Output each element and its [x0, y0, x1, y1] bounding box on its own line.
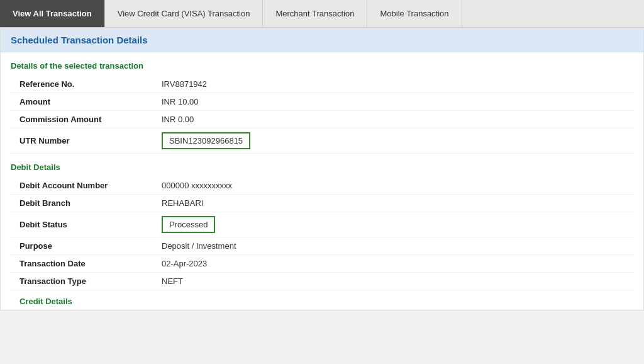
- label-amount: Amount: [11, 97, 162, 106]
- value-purpose: Deposit / Investment: [162, 241, 236, 251]
- tab-view-credit-card[interactable]: View Credit Card (VISA) Transaction: [105, 0, 264, 27]
- row-transaction-date: Transaction Date 02-Apr-2023: [11, 255, 633, 273]
- selected-transaction-label: Details of the selected transaction: [11, 61, 633, 71]
- row-transaction-type: Transaction Type NEFT: [11, 273, 633, 290]
- label-purpose: Purpose: [11, 241, 162, 251]
- credit-section-label: Credit Details: [1, 290, 643, 310]
- value-transaction-date: 02-Apr-2023: [162, 259, 207, 268]
- row-reference-no: Reference No. IRV8871942: [11, 76, 633, 93]
- debit-details-section: Debit Details Debit Account Number 00000…: [1, 154, 643, 290]
- label-utr-number: UTR Number: [11, 136, 162, 145]
- row-debit-status: Debit Status Processed: [11, 212, 633, 237]
- label-debit-account-number: Debit Account Number: [11, 181, 162, 190]
- label-debit-branch: Debit Branch: [11, 198, 162, 208]
- label-transaction-type: Transaction Type: [11, 276, 162, 286]
- row-amount: Amount INR 10.00: [11, 93, 633, 111]
- row-debit-account-number: Debit Account Number 000000 xxxxxxxxxx: [11, 177, 633, 195]
- label-debit-status: Debit Status: [11, 220, 162, 229]
- section-header: Scheduled Transaction Details: [1, 28, 643, 52]
- value-debit-account-number: 000000 xxxxxxxxxx: [162, 181, 232, 190]
- transaction-details-section: Details of the selected transaction Refe…: [1, 52, 643, 154]
- row-debit-branch: Debit Branch REHABARI: [11, 195, 633, 212]
- value-transaction-type: NEFT: [162, 276, 183, 286]
- value-debit-branch: REHABARI: [162, 198, 203, 208]
- label-transaction-date: Transaction Date: [11, 259, 162, 268]
- value-debit-status: Processed: [162, 216, 215, 233]
- row-purpose: Purpose Deposit / Investment: [11, 237, 633, 255]
- value-reference-no: IRV8871942: [162, 79, 207, 89]
- content-area: Scheduled Transaction Details Details of…: [0, 28, 644, 310]
- label-reference-no: Reference No.: [11, 79, 162, 89]
- tab-bar: View All Transaction View Credit Card (V…: [0, 0, 644, 28]
- tab-merchant-transaction[interactable]: Merchant Transaction: [263, 0, 367, 27]
- value-commission-amount: INR 0.00: [162, 115, 194, 124]
- tab-mobile-transaction[interactable]: Mobile Transaction: [367, 0, 462, 27]
- tab-view-all-transaction[interactable]: View All Transaction: [0, 0, 105, 27]
- row-utr-number: UTR Number SBIN123092966815: [11, 128, 633, 154]
- row-commission-amount: Commission Amount INR 0.00: [11, 111, 633, 128]
- debit-section-label: Debit Details: [11, 162, 633, 172]
- value-utr-number: SBIN123092966815: [162, 132, 250, 149]
- value-amount: INR 10.00: [162, 97, 199, 106]
- label-commission-amount: Commission Amount: [11, 115, 162, 124]
